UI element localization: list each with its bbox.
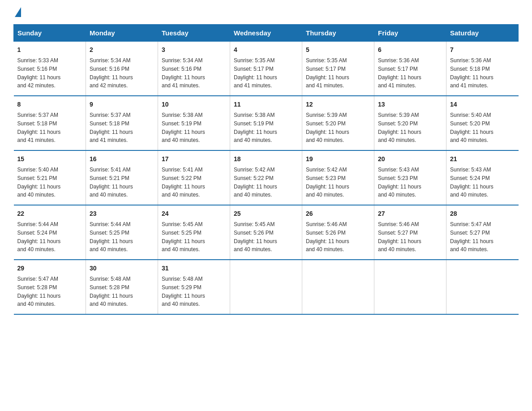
calendar-cell: 16Sunrise: 5:41 AMSunset: 5:21 PMDayligh… [86,150,158,205]
day-info: Sunrise: 5:46 AMSunset: 5:26 PMDaylight:… [306,221,349,253]
day-info: Sunrise: 5:41 AMSunset: 5:22 PMDaylight:… [162,167,205,198]
day-info: Sunrise: 5:44 AMSunset: 5:24 PMDaylight:… [17,221,61,253]
day-number: 7 [450,45,515,55]
calendar-cell: 25Sunrise: 5:45 AMSunset: 5:26 PMDayligh… [230,205,302,260]
calendar-cell: 12Sunrise: 5:39 AMSunset: 5:20 PMDayligh… [302,96,374,150]
day-info: Sunrise: 5:44 AMSunset: 5:25 PMDaylight:… [90,221,133,253]
header-monday: Monday [86,25,158,42]
day-info: Sunrise: 5:45 AMSunset: 5:26 PMDaylight:… [234,221,277,253]
week-row-2: 8Sunrise: 5:37 AMSunset: 5:18 PMDaylight… [14,96,519,150]
calendar-cell: 5Sunrise: 5:35 AMSunset: 5:17 PMDaylight… [302,42,374,96]
calendar-cell: 28Sunrise: 5:47 AMSunset: 5:27 PMDayligh… [446,205,519,260]
day-number: 18 [234,154,298,164]
day-number: 30 [90,264,154,273]
day-info: Sunrise: 5:39 AMSunset: 5:20 PMDaylight:… [378,112,421,143]
page-header [13,9,519,15]
calendar-cell [230,260,302,314]
day-number: 13 [378,100,442,109]
day-info: Sunrise: 5:40 AMSunset: 5:21 PMDaylight:… [17,167,61,198]
day-number: 29 [17,264,82,273]
day-number: 11 [234,100,298,109]
day-number: 5 [306,45,370,55]
calendar-cell: 27Sunrise: 5:46 AMSunset: 5:27 PMDayligh… [374,205,446,260]
day-info: Sunrise: 5:36 AMSunset: 5:17 PMDaylight:… [378,57,421,89]
day-info: Sunrise: 5:36 AMSunset: 5:18 PMDaylight:… [450,57,493,89]
day-info: Sunrise: 5:33 AMSunset: 5:16 PMDaylight:… [17,57,61,89]
day-info: Sunrise: 5:42 AMSunset: 5:23 PMDaylight:… [306,167,349,198]
day-info: Sunrise: 5:43 AMSunset: 5:23 PMDaylight:… [378,167,421,198]
calendar-cell: 1Sunrise: 5:33 AMSunset: 5:16 PMDaylight… [14,42,86,96]
day-number: 16 [90,154,154,164]
day-number: 24 [162,209,226,218]
day-info: Sunrise: 5:35 AMSunset: 5:17 PMDaylight:… [306,57,349,89]
day-info: Sunrise: 5:39 AMSunset: 5:20 PMDaylight:… [306,112,349,143]
day-number: 27 [378,209,442,218]
day-number: 19 [306,154,370,164]
day-number: 14 [450,100,515,109]
week-row-1: 1Sunrise: 5:33 AMSunset: 5:16 PMDaylight… [14,42,519,96]
day-number: 12 [306,100,370,109]
header-tuesday: Tuesday [158,25,230,42]
day-info: Sunrise: 5:38 AMSunset: 5:19 PMDaylight:… [234,112,277,143]
day-number: 10 [162,100,226,109]
calendar-cell: 21Sunrise: 5:43 AMSunset: 5:24 PMDayligh… [446,150,519,205]
day-info: Sunrise: 5:37 AMSunset: 5:18 PMDaylight:… [17,112,61,143]
calendar-cell: 17Sunrise: 5:41 AMSunset: 5:22 PMDayligh… [158,150,230,205]
calendar-cell [374,260,446,314]
day-info: Sunrise: 5:34 AMSunset: 5:16 PMDaylight:… [90,57,133,89]
calendar-cell: 4Sunrise: 5:35 AMSunset: 5:17 PMDaylight… [230,42,302,96]
day-info: Sunrise: 5:34 AMSunset: 5:16 PMDaylight:… [162,57,205,89]
week-row-4: 22Sunrise: 5:44 AMSunset: 5:24 PMDayligh… [14,205,519,260]
day-info: Sunrise: 5:47 AMSunset: 5:28 PMDaylight:… [17,276,61,307]
calendar-cell: 2Sunrise: 5:34 AMSunset: 5:16 PMDaylight… [86,42,158,96]
calendar-cell: 23Sunrise: 5:44 AMSunset: 5:25 PMDayligh… [86,205,158,260]
calendar-cell: 7Sunrise: 5:36 AMSunset: 5:18 PMDaylight… [446,42,519,96]
day-info: Sunrise: 5:45 AMSunset: 5:25 PMDaylight:… [162,221,205,253]
day-info: Sunrise: 5:42 AMSunset: 5:22 PMDaylight:… [234,167,277,198]
day-number: 26 [306,209,370,218]
day-number: 22 [17,209,82,218]
calendar-table: SundayMondayTuesdayWednesdayThursdayFrid… [13,24,519,315]
day-number: 17 [162,154,226,164]
calendar-cell: 31Sunrise: 5:48 AMSunset: 5:29 PMDayligh… [158,260,230,314]
week-row-5: 29Sunrise: 5:47 AMSunset: 5:28 PMDayligh… [14,260,519,314]
calendar-cell: 29Sunrise: 5:47 AMSunset: 5:28 PMDayligh… [14,260,86,314]
day-info: Sunrise: 5:43 AMSunset: 5:24 PMDaylight:… [450,167,493,198]
calendar-cell: 11Sunrise: 5:38 AMSunset: 5:19 PMDayligh… [230,96,302,150]
day-info: Sunrise: 5:47 AMSunset: 5:27 PMDaylight:… [450,221,493,253]
day-number: 3 [162,45,226,55]
day-number: 4 [234,45,298,55]
day-number: 9 [90,100,154,109]
calendar-cell: 6Sunrise: 5:36 AMSunset: 5:17 PMDaylight… [374,42,446,96]
calendar-cell: 20Sunrise: 5:43 AMSunset: 5:23 PMDayligh… [374,150,446,205]
calendar-cell: 13Sunrise: 5:39 AMSunset: 5:20 PMDayligh… [374,96,446,150]
calendar-cell [446,260,519,314]
logo-triangle-icon [15,7,21,17]
day-info: Sunrise: 5:35 AMSunset: 5:17 PMDaylight:… [234,57,277,89]
header-wednesday: Wednesday [230,25,302,42]
day-number: 2 [90,45,154,55]
logo-top [13,9,21,17]
day-info: Sunrise: 5:38 AMSunset: 5:19 PMDaylight:… [162,112,205,143]
header-friday: Friday [374,25,446,42]
day-info: Sunrise: 5:46 AMSunset: 5:27 PMDaylight:… [378,221,421,253]
day-info: Sunrise: 5:48 AMSunset: 5:29 PMDaylight:… [162,276,205,307]
day-number: 23 [90,209,154,218]
day-number: 25 [234,209,298,218]
header-sunday: Sunday [14,25,86,42]
calendar-cell: 22Sunrise: 5:44 AMSunset: 5:24 PMDayligh… [14,205,86,260]
day-info: Sunrise: 5:41 AMSunset: 5:21 PMDaylight:… [90,167,133,198]
calendar-cell: 3Sunrise: 5:34 AMSunset: 5:16 PMDaylight… [158,42,230,96]
day-number: 20 [378,154,442,164]
day-number: 21 [450,154,515,164]
calendar-cell: 24Sunrise: 5:45 AMSunset: 5:25 PMDayligh… [158,205,230,260]
day-number: 1 [17,45,82,55]
week-row-3: 15Sunrise: 5:40 AMSunset: 5:21 PMDayligh… [14,150,519,205]
day-info: Sunrise: 5:40 AMSunset: 5:20 PMDaylight:… [450,112,493,143]
day-number: 31 [162,264,226,273]
calendar-cell: 9Sunrise: 5:37 AMSunset: 5:18 PMDaylight… [86,96,158,150]
day-info: Sunrise: 5:48 AMSunset: 5:28 PMDaylight:… [90,276,133,307]
calendar-cell: 30Sunrise: 5:48 AMSunset: 5:28 PMDayligh… [86,260,158,314]
day-number: 28 [450,209,515,218]
logo [13,9,21,15]
